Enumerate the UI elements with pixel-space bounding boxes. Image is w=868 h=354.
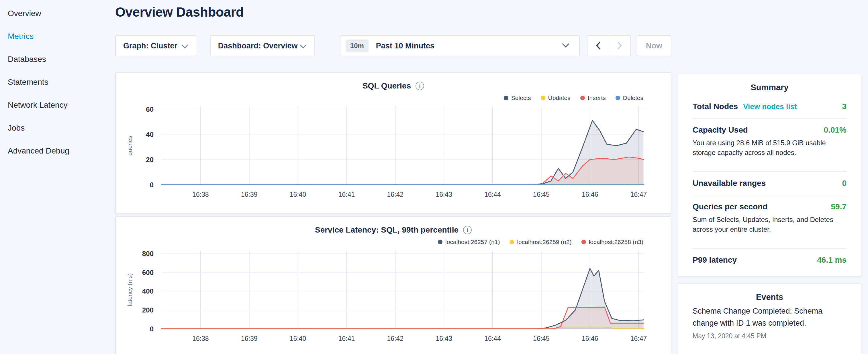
chart-title: Service Latency: SQL, 99th percentile (315, 225, 459, 234)
time-window-label: Past 10 Minutes (376, 41, 562, 51)
legend-label: Selects (511, 95, 531, 101)
legend-item[interactable]: Updates (541, 95, 570, 101)
legend-label: Deletes (623, 95, 643, 101)
svg-text:16:41: 16:41 (338, 335, 355, 342)
svg-text:16:40: 16:40 (290, 335, 306, 342)
time-step-buttons (587, 35, 631, 57)
sidebar: Overview Metrics Databases Statements Ne… (0, 0, 115, 354)
chart-title-row: Service Latency: SQL, 99th percentile i (124, 224, 662, 236)
legend-label: localhost:26258 (n3) (589, 238, 643, 246)
chart-title-row: SQL Queries i (124, 80, 662, 92)
event-message: Schema Change Completed: Schema change w… (693, 305, 846, 329)
chevron-down-icon (562, 43, 569, 49)
svg-text:400: 400 (142, 287, 154, 295)
svg-text:16:44: 16:44 (484, 335, 501, 342)
summary-value: 0 (842, 179, 846, 188)
summary-value: 59.7 (831, 202, 847, 212)
svg-text:40: 40 (146, 131, 154, 138)
legend-label: localhost:26259 (n2) (517, 238, 571, 246)
svg-text:0: 0 (150, 325, 154, 333)
summary-label: Queries per second (693, 202, 767, 212)
svg-text:16:44: 16:44 (484, 191, 501, 198)
page-title: Overview Dashboard (115, 4, 672, 20)
legend-item[interactable]: localhost:26258 (n3) (582, 238, 643, 246)
legend-item[interactable]: localhost:26257 (n1) (438, 238, 500, 246)
svg-text:20: 20 (146, 156, 154, 164)
chart-title: SQL Queries (363, 81, 411, 91)
info-icon[interactable]: i (415, 82, 424, 90)
now-button[interactable]: Now (637, 35, 672, 57)
legend-dot-icon (541, 96, 545, 100)
service-latency-chart-card: Service Latency: SQL, 99th percentile i … (115, 216, 672, 354)
events-title: Events (693, 292, 846, 302)
sidebar-item-jobs[interactable]: Jobs (8, 123, 115, 133)
summary-label: Total Nodes (693, 102, 738, 111)
svg-text:16:46: 16:46 (582, 335, 598, 342)
main-content: Overview Dashboard Graph: Cluster Dashbo… (115, 0, 672, 354)
summary-row-capacity-used: Capacity Used 0.01% You are using 28.6 M… (693, 119, 846, 172)
svg-text:16:39: 16:39 (241, 335, 258, 342)
sql-queries-chart-card: SQL Queries i SelectsUpdatesInsertsDelet… (115, 72, 672, 214)
summary-row-queries-per-second: Queries per second 59.7 Sum of Selects, … (693, 195, 846, 249)
sidebar-item-statements[interactable]: Statements (8, 77, 115, 87)
sidebar-item-overview[interactable]: Overview (8, 9, 115, 18)
sidebar-item-advanced-debug[interactable]: Advanced Debug (8, 146, 115, 156)
summary-row-unavailable-ranges: Unavailable ranges 0 (693, 172, 846, 195)
dashboard-dropdown-label: Dashboard: Overview (218, 41, 298, 51)
legend-item[interactable]: Selects (504, 95, 531, 101)
sidebar-item-metrics[interactable]: Metrics (8, 32, 115, 41)
legend-label: Inserts (588, 95, 606, 101)
svg-text:0: 0 (150, 181, 154, 189)
chevron-left-icon (596, 41, 600, 51)
info-icon[interactable]: i (463, 226, 472, 234)
time-window-dropdown[interactable]: 10m Past 10 Minutes (340, 35, 580, 57)
svg-text:16:39: 16:39 (241, 191, 258, 198)
time-window-badge: 10m (346, 39, 369, 52)
svg-text:16:42: 16:42 (387, 191, 404, 198)
summary-value: 46.1 ms (817, 255, 846, 265)
app-root: Overview Metrics Databases Statements Ne… (0, 0, 868, 354)
svg-text:200: 200 (142, 306, 154, 314)
chevron-down-icon (181, 41, 188, 51)
event-timestamp: May 13, 2020 at 4:45 PM (693, 332, 846, 340)
graph-dropdown[interactable]: Graph: Cluster (115, 35, 196, 57)
svg-text:16:46: 16:46 (582, 191, 598, 198)
event-item: Schema Change Completed: Schema change w… (693, 305, 846, 340)
legend-dot-icon (616, 96, 620, 100)
graph-dropdown-label: Graph: Cluster (123, 41, 177, 51)
sidebar-item-network-latency[interactable]: Network Latency (8, 100, 115, 110)
controls-row: Graph: Cluster Dashboard: Overview 10m P… (115, 35, 672, 57)
legend-item[interactable]: Inserts (580, 95, 606, 101)
legend-dot-icon (582, 240, 586, 244)
summary-row-total-nodes: Total Nodes View nodes list 3 (693, 95, 846, 119)
chart-legend: SelectsUpdatesInsertsDeletes (124, 94, 643, 102)
svg-text:600: 600 (142, 269, 154, 277)
summary-label: Capacity Used (693, 125, 748, 135)
service-latency-chart[interactable]: 16:3816:3916:4016:4116:4216:4316:4416:45… (124, 247, 663, 346)
right-panel: Summary Total Nodes View nodes list 3 Ca… (678, 74, 861, 354)
dashboard-dropdown[interactable]: Dashboard: Overview (210, 35, 315, 57)
time-forward-button[interactable] (609, 35, 631, 57)
legend-dot-icon (509, 240, 514, 244)
legend-dot-icon (580, 96, 585, 100)
svg-text:60: 60 (146, 105, 154, 113)
svg-text:16:40: 16:40 (290, 191, 306, 198)
svg-text:latency (ms): latency (ms) (126, 273, 133, 306)
svg-text:16:45: 16:45 (533, 191, 550, 198)
summary-title: Summary (693, 83, 846, 92)
summary-description: Sum of Selects, Updates, Inserts, and De… (693, 215, 846, 234)
view-nodes-list-link[interactable]: View nodes list (743, 102, 797, 111)
svg-text:16:38: 16:38 (192, 335, 209, 342)
chevron-right-icon (618, 41, 622, 51)
sidebar-item-databases[interactable]: Databases (8, 55, 115, 64)
time-back-button[interactable] (587, 35, 609, 57)
legend-item[interactable]: localhost:26259 (n2) (509, 238, 571, 246)
legend-item[interactable]: Deletes (616, 95, 643, 101)
chart-legend: localhost:26257 (n1)localhost:26259 (n2)… (124, 238, 643, 246)
svg-text:16:45: 16:45 (533, 335, 550, 342)
svg-text:16:47: 16:47 (630, 191, 647, 198)
summary-value: 0.01% (824, 125, 846, 135)
summary-label: P99 latency (693, 255, 737, 265)
sql-queries-chart[interactable]: 16:3816:3916:4016:4116:4216:4316:4416:45… (124, 103, 663, 202)
svg-text:16:43: 16:43 (436, 191, 452, 198)
